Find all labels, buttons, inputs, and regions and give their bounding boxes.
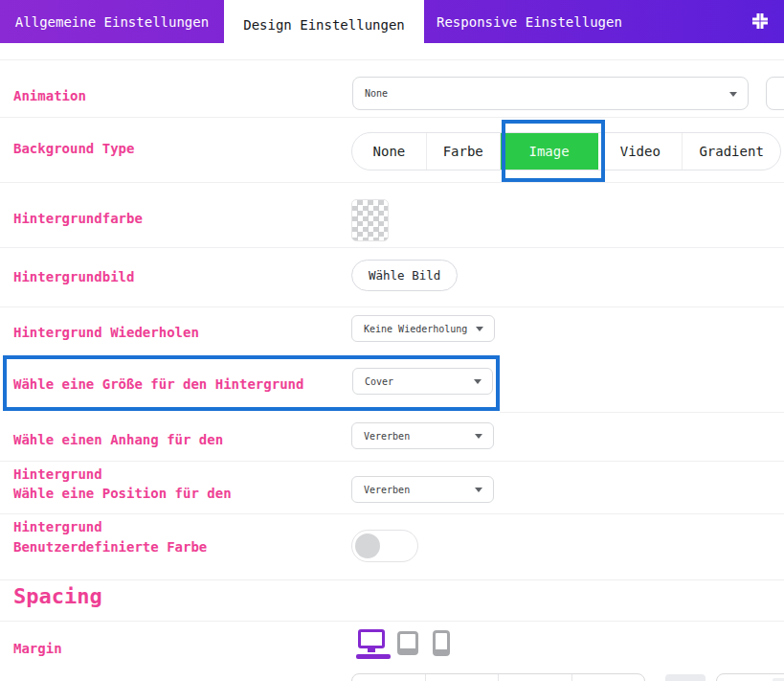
hintergrund-anhang-label-line1: Wähle einen Anhang für den [13,432,223,447]
animation-side-box[interactable] [766,77,784,110]
design-settings-panel: Allgemeine Einstellungen Responsive Eins… [0,0,784,681]
margin-input-bottom[interactable] [499,674,572,681]
desktop-icon[interactable] [358,629,389,660]
tab-allgemeine-einstellungen[interactable]: Allgemeine Einstellungen [0,0,224,43]
background-type-label: Background Type [13,141,134,156]
margin-unit-input[interactable] [716,673,784,681]
chevron-down-icon [475,488,482,492]
background-type-option-farbe[interactable]: Farbe [427,133,501,170]
benutzerdefinierte-farbe-label: Benutzerdefinierte Farbe [13,539,207,555]
tab-responsive-einstellungen[interactable]: Responsive Einstellugen [424,0,622,43]
background-type-option-image[interactable]: Image [501,133,599,170]
hintergrund-anhang-value: Vererben [364,431,410,442]
color-swatch-transparent[interactable] [351,199,389,241]
tab-design-einstellungen[interactable]: Design Einstellungen [224,0,424,50]
hintergrundfarbe-label: Hintergrundfarbe [13,211,143,226]
hintergrund-groesse-label: Wähle eine Größe für den Hintergrund [13,376,303,392]
benutzerdefinierte-farbe-toggle[interactable] [351,530,418,562]
tablet-icon[interactable] [397,631,418,655]
hintergrund-anhang-select[interactable]: Vererben [351,422,494,449]
desktop-icon-screen [358,629,385,648]
background-type-option-gradient[interactable]: Gradient [683,133,780,170]
chevron-down-icon [475,434,482,439]
divider [0,247,784,248]
animation-select-value: None [365,88,388,99]
waehle-bild-button[interactable]: Wähle Bild [351,260,458,291]
chevron-down-icon [474,379,482,384]
background-type-option-video[interactable]: Video [598,133,683,170]
tab-bar: Allgemeine Einstellungen Responsive Eins… [0,0,784,43]
hintergrund-position-select[interactable]: Vererben [351,476,494,503]
margin-label: Margin [13,641,62,656]
toggle-knob [355,533,380,558]
margin-input-top[interactable] [352,674,426,681]
mobile-icon[interactable] [433,630,450,656]
margin-link-values-button[interactable] [665,674,706,681]
margin-input-left[interactable] [572,674,645,681]
hintergrund-wiederholen-label: Hintergrund Wiederholen [13,325,199,340]
tablet-home-dot [406,645,411,647]
animation-label: Animation [13,88,86,103]
divider [0,621,784,622]
hintergrund-groesse-value: Cover [365,376,393,387]
tablet-icon-body [397,631,418,655]
hintergrund-wiederholen-select[interactable]: Keine Wiederholung [351,315,495,342]
spacing-section-heading: Spacing [13,584,102,608]
hintergrundbild-label: Hintergrundbild [13,269,134,284]
animation-select[interactable]: None [352,77,749,110]
divider [0,306,784,307]
divider [0,461,784,462]
background-type-option-none[interactable]: None [352,133,427,170]
desktop-icon-active-underline [356,654,391,659]
hintergrund-wiederholen-value: Keine Wiederholung [364,324,467,334]
background-type-button-group: None Farbe Image Video Gradient [351,132,781,170]
margin-input-right[interactable] [426,674,500,681]
divider [500,412,784,413]
divider [0,182,784,183]
divider [0,513,784,514]
desktop-icon-stand [368,648,375,652]
hintergrund-position-label-line2: Hintergrund [13,519,102,534]
chevron-down-icon [729,92,737,97]
divider [0,59,784,60]
hintergrund-position-label-line1: Wähle eine Position für den [13,486,232,501]
hintergrund-anhang-label-line2: Hintergrund [13,466,102,482]
divider [0,117,784,118]
mobile-home-dot [439,646,444,648]
divider [0,579,784,580]
hintergrund-position-value: Vererben [364,485,410,495]
chevron-down-icon [476,327,483,331]
hintergrund-groesse-select[interactable]: Cover [352,368,493,395]
compress-icon[interactable] [750,11,771,32]
mobile-icon-body [433,630,450,656]
margin-linked-inputs[interactable] [351,673,645,681]
